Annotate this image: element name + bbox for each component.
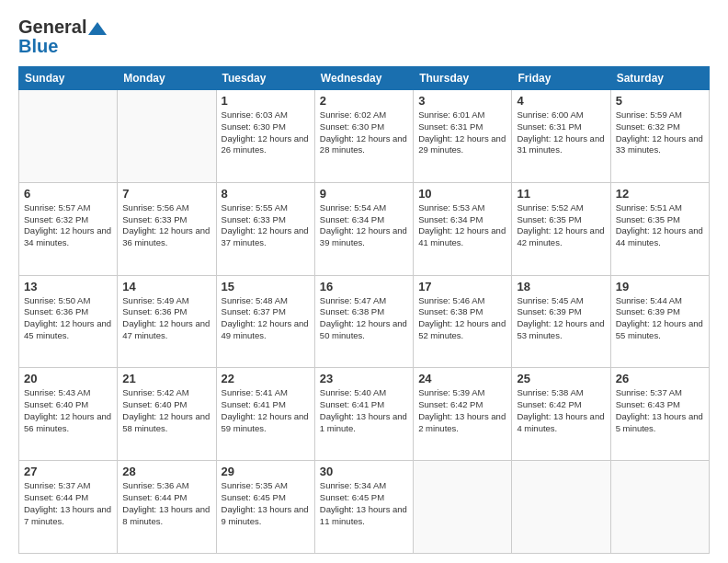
page: General Blue SundayMondayTuesdayWednesda… <box>0 0 728 563</box>
header: General Blue <box>18 17 710 57</box>
day-number: 24 <box>418 372 506 385</box>
day-number: 23 <box>320 372 408 385</box>
day-number: 25 <box>517 372 605 385</box>
day-number: 21 <box>122 372 210 385</box>
calendar-cell: 10Sunrise: 5:53 AMSunset: 6:34 PMDayligh… <box>414 182 512 275</box>
calendar-cell <box>610 461 709 554</box>
day-number: 2 <box>320 94 408 108</box>
day-info: Sunrise: 5:52 AMSunset: 6:35 PMDaylight:… <box>517 202 605 249</box>
calendar-cell: 17Sunrise: 5:46 AMSunset: 6:38 PMDayligh… <box>414 275 512 368</box>
day-number: 15 <box>222 280 310 293</box>
weekday-header-row: SundayMondayTuesdayWednesdayThursdayFrid… <box>19 67 710 90</box>
day-info: Sunrise: 6:03 AMSunset: 6:30 PMDaylight:… <box>222 109 310 156</box>
calendar-cell: 26Sunrise: 5:37 AMSunset: 6:43 PMDayligh… <box>610 368 709 461</box>
calendar-cell: 19Sunrise: 5:44 AMSunset: 6:39 PMDayligh… <box>610 275 709 368</box>
calendar-cell: 9Sunrise: 5:54 AMSunset: 6:34 PMDaylight… <box>314 182 413 275</box>
calendar-cell: 25Sunrise: 5:38 AMSunset: 6:42 PMDayligh… <box>512 368 610 461</box>
calendar-week-1: 1Sunrise: 6:03 AMSunset: 6:30 PMDaylight… <box>19 90 710 183</box>
day-info: Sunrise: 5:56 AMSunset: 6:33 PMDaylight:… <box>122 202 210 249</box>
day-info: Sunrise: 6:02 AMSunset: 6:30 PMDaylight:… <box>320 109 408 156</box>
weekday-header-wednesday: Wednesday <box>314 67 413 90</box>
day-number: 8 <box>222 187 310 201</box>
day-number: 6 <box>24 187 112 201</box>
weekday-header-sunday: Sunday <box>19 67 118 90</box>
calendar-header: SundayMondayTuesdayWednesdayThursdayFrid… <box>19 67 710 90</box>
day-info: Sunrise: 5:41 AMSunset: 6:41 PMDaylight:… <box>222 387 310 434</box>
day-number: 22 <box>222 372 310 385</box>
calendar-week-3: 13Sunrise: 5:50 AMSunset: 6:36 PMDayligh… <box>19 275 710 368</box>
day-info: Sunrise: 5:43 AMSunset: 6:40 PMDaylight:… <box>24 387 112 434</box>
day-number: 17 <box>418 280 506 293</box>
calendar-cell: 14Sunrise: 5:49 AMSunset: 6:36 PMDayligh… <box>118 275 216 368</box>
day-info: Sunrise: 5:51 AMSunset: 6:35 PMDaylight:… <box>616 202 704 249</box>
day-info: Sunrise: 5:44 AMSunset: 6:39 PMDaylight:… <box>616 295 704 342</box>
calendar-cell: 15Sunrise: 5:48 AMSunset: 6:37 PMDayligh… <box>216 275 314 368</box>
day-info: Sunrise: 5:49 AMSunset: 6:36 PMDaylight:… <box>122 295 210 342</box>
weekday-header-thursday: Thursday <box>414 67 512 90</box>
calendar-cell: 21Sunrise: 5:42 AMSunset: 6:40 PMDayligh… <box>118 368 216 461</box>
calendar-table: SundayMondayTuesdayWednesdayThursdayFrid… <box>18 66 710 554</box>
day-number: 20 <box>24 372 112 385</box>
calendar-cell: 29Sunrise: 5:35 AMSunset: 6:45 PMDayligh… <box>216 461 314 554</box>
calendar-cell: 13Sunrise: 5:50 AMSunset: 6:36 PMDayligh… <box>19 275 118 368</box>
day-info: Sunrise: 5:54 AMSunset: 6:34 PMDaylight:… <box>320 202 408 249</box>
day-info: Sunrise: 5:37 AMSunset: 6:43 PMDaylight:… <box>616 387 704 434</box>
calendar-cell: 6Sunrise: 5:57 AMSunset: 6:32 PMDaylight… <box>19 182 118 275</box>
calendar-cell: 30Sunrise: 5:34 AMSunset: 6:45 PMDayligh… <box>314 461 413 554</box>
day-number: 27 <box>24 465 112 478</box>
day-info: Sunrise: 5:34 AMSunset: 6:45 PMDaylight:… <box>320 480 408 527</box>
calendar-cell: 24Sunrise: 5:39 AMSunset: 6:42 PMDayligh… <box>414 368 512 461</box>
day-info: Sunrise: 6:01 AMSunset: 6:31 PMDaylight:… <box>418 109 506 156</box>
calendar-cell: 18Sunrise: 5:45 AMSunset: 6:39 PMDayligh… <box>512 275 610 368</box>
day-info: Sunrise: 5:40 AMSunset: 6:41 PMDaylight:… <box>320 387 408 434</box>
weekday-header-tuesday: Tuesday <box>216 67 314 90</box>
day-number: 11 <box>517 187 605 201</box>
day-number: 7 <box>122 187 210 201</box>
logo-icon <box>88 22 107 35</box>
logo-line1: General <box>18 17 107 38</box>
calendar-cell: 1Sunrise: 6:03 AMSunset: 6:30 PMDaylight… <box>216 90 314 183</box>
day-number: 16 <box>320 280 408 293</box>
svg-marker-0 <box>88 22 107 35</box>
day-info: Sunrise: 5:48 AMSunset: 6:37 PMDaylight:… <box>222 295 310 342</box>
day-number: 12 <box>616 187 704 201</box>
day-info: Sunrise: 5:35 AMSunset: 6:45 PMDaylight:… <box>222 480 310 527</box>
calendar-cell: 27Sunrise: 5:37 AMSunset: 6:44 PMDayligh… <box>19 461 118 554</box>
day-info: Sunrise: 5:50 AMSunset: 6:36 PMDaylight:… <box>24 295 112 342</box>
day-info: Sunrise: 5:39 AMSunset: 6:42 PMDaylight:… <box>418 387 506 434</box>
weekday-header-friday: Friday <box>512 67 610 90</box>
day-number: 4 <box>517 94 605 108</box>
calendar-cell: 8Sunrise: 5:55 AMSunset: 6:33 PMDaylight… <box>216 182 314 275</box>
logo-blue: Blue <box>18 36 107 57</box>
day-info: Sunrise: 5:42 AMSunset: 6:40 PMDaylight:… <box>122 387 210 434</box>
day-number: 9 <box>320 187 408 201</box>
logo-text: General Blue <box>18 17 107 57</box>
calendar-cell: 5Sunrise: 5:59 AMSunset: 6:32 PMDaylight… <box>610 90 709 183</box>
calendar-cell: 3Sunrise: 6:01 AMSunset: 6:31 PMDaylight… <box>414 90 512 183</box>
day-number: 10 <box>418 187 506 201</box>
day-number: 14 <box>122 280 210 293</box>
calendar-cell: 2Sunrise: 6:02 AMSunset: 6:30 PMDaylight… <box>314 90 413 183</box>
logo: General Blue <box>18 17 107 57</box>
day-number: 13 <box>24 280 112 293</box>
calendar-cell: 12Sunrise: 5:51 AMSunset: 6:35 PMDayligh… <box>610 182 709 275</box>
calendar-cell: 16Sunrise: 5:47 AMSunset: 6:38 PMDayligh… <box>314 275 413 368</box>
day-number: 18 <box>517 280 605 293</box>
day-number: 29 <box>222 465 310 478</box>
day-info: Sunrise: 5:53 AMSunset: 6:34 PMDaylight:… <box>418 202 506 249</box>
calendar-cell <box>19 90 118 183</box>
calendar-week-4: 20Sunrise: 5:43 AMSunset: 6:40 PMDayligh… <box>19 368 710 461</box>
calendar-cell: 22Sunrise: 5:41 AMSunset: 6:41 PMDayligh… <box>216 368 314 461</box>
calendar-body: 1Sunrise: 6:03 AMSunset: 6:30 PMDaylight… <box>19 90 710 554</box>
calendar-cell <box>512 461 610 554</box>
calendar-cell: 23Sunrise: 5:40 AMSunset: 6:41 PMDayligh… <box>314 368 413 461</box>
day-number: 26 <box>616 372 704 385</box>
day-number: 5 <box>616 94 704 108</box>
day-info: Sunrise: 5:37 AMSunset: 6:44 PMDaylight:… <box>24 480 112 527</box>
calendar-cell <box>414 461 512 554</box>
weekday-header-monday: Monday <box>118 67 216 90</box>
logo-general: General <box>18 17 86 38</box>
calendar-cell: 11Sunrise: 5:52 AMSunset: 6:35 PMDayligh… <box>512 182 610 275</box>
day-number: 28 <box>122 465 210 478</box>
calendar-cell: 7Sunrise: 5:56 AMSunset: 6:33 PMDaylight… <box>118 182 216 275</box>
